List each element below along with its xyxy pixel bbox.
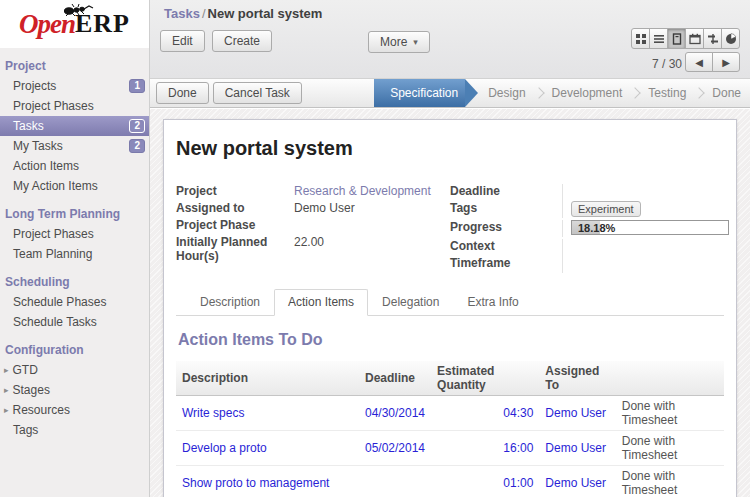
cancel-task-button[interactable]: Cancel Task (213, 82, 302, 104)
sidebar-item-label: My Tasks (13, 139, 63, 153)
sidebar-item-team-planning[interactable]: Team Planning (0, 244, 149, 264)
tab-action-items[interactable]: Action Items (274, 289, 368, 316)
done-with-timesheet-button[interactable]: Done with Timesheet (616, 396, 724, 431)
table-header-row: Description Deadline Estimated Quantity … (176, 361, 724, 396)
sidebar-item-tags[interactable]: Tags (0, 420, 149, 440)
form-right-column: Deadline Tags Experiment Progress 18.18% (450, 184, 724, 273)
count-badge: 1 (129, 79, 145, 93)
table-row[interactable]: Develop a proto 05/02/2014 16:00 Demo Us… (176, 431, 724, 466)
sidebar-item-label: Projects (13, 79, 56, 93)
stage-development[interactable]: Development (543, 86, 632, 100)
form-sheet: New portal system Project Research & Dev… (163, 119, 737, 497)
sidebar-item-label: My Action Items (13, 179, 98, 193)
create-button[interactable]: Create (212, 30, 272, 52)
sidebar-item-my-tasks[interactable]: My Tasks 2 (0, 136, 149, 156)
cell-description[interactable]: Show proto to management (176, 466, 359, 497)
column-action (616, 361, 724, 396)
sidebar-item-action-items[interactable]: Action Items (0, 156, 149, 176)
sidebar-item-label: Schedule Tasks (13, 315, 97, 329)
graph-view-icon[interactable] (721, 28, 740, 49)
sidebar-item-schedule-tasks[interactable]: Schedule Tasks (0, 312, 149, 332)
sidebar-item-ltp-project-phases[interactable]: Project Phases (0, 224, 149, 244)
breadcrumb-tasks-link[interactable]: Tasks (164, 6, 200, 21)
planned-hours-value: 22.00 (294, 235, 450, 263)
notebook-tabs: Description Action Items Delegation Extr… (176, 289, 724, 316)
ant-icon (62, 3, 96, 19)
sidebar-item-label: Schedule Phases (13, 295, 106, 309)
sidebar-item-stages[interactable]: ▸ Stages (0, 380, 149, 400)
edit-button[interactable]: Edit (160, 30, 205, 52)
context-label: Context (450, 239, 562, 256)
sidebar-item-my-action-items[interactable]: My Action Items (0, 176, 149, 196)
cell-assigned[interactable]: Demo User (539, 396, 615, 431)
sidebar-item-label: GTD (13, 363, 38, 377)
tab-delegation[interactable]: Delegation (368, 289, 453, 316)
expand-arrow-icon: ▸ (4, 365, 9, 375)
view-switcher (632, 28, 740, 49)
done-with-timesheet-button[interactable]: Done with Timesheet (616, 466, 724, 497)
sidebar-item-gtd[interactable]: ▸ GTD (0, 360, 149, 380)
more-dropdown-button[interactable]: More ▾ (368, 31, 430, 53)
gantt-view-icon[interactable] (703, 28, 722, 49)
assigned-to-value: Demo User (294, 201, 450, 218)
openerp-logo[interactable]: OpenERP (0, 0, 149, 48)
sidebar-item-label: Project Phases (13, 99, 94, 113)
list-view-icon[interactable] (649, 28, 668, 49)
table-row[interactable]: Write specs 04/30/2014 04:30 Demo User D… (176, 396, 724, 431)
progress-percent-text: 18.18% (578, 222, 615, 234)
column-deadline[interactable]: Deadline (359, 361, 431, 396)
chevron-down-icon: ▾ (413, 37, 418, 47)
cell-qty[interactable]: 01:00 (431, 466, 539, 497)
previous-record-button[interactable]: ◀ (685, 52, 713, 72)
cell-qty[interactable]: 04:30 (431, 396, 539, 431)
sidebar-item-projects[interactable]: Projects 1 (0, 76, 149, 96)
cell-description[interactable]: Develop a proto (176, 431, 359, 466)
timeframe-label: Timeframe (450, 256, 562, 273)
sidebar-item-label: Action Items (13, 159, 79, 173)
progress-cell: 18.18% (562, 220, 729, 237)
stage-design[interactable]: Design (479, 86, 534, 100)
done-with-timesheet-button[interactable]: Done with Timesheet (616, 431, 724, 466)
stage-done[interactable]: Done (703, 86, 750, 100)
cell-assigned[interactable]: Demo User (539, 431, 615, 466)
form-view-icon[interactable] (667, 28, 686, 49)
sidebar-section-configuration: Configuration ▸ GTD ▸ Stages ▸ Resources… (0, 336, 149, 440)
column-assigned-to[interactable]: Assigned To (539, 361, 615, 396)
next-record-button[interactable]: ▶ (712, 52, 740, 72)
sidebar-section-project: Project Projects 1 Project Phases Tasks … (0, 52, 149, 196)
tab-extra-info[interactable]: Extra Info (453, 289, 532, 316)
stage-specification[interactable]: Specification (374, 79, 465, 107)
assigned-to-label: Assigned to (176, 201, 294, 218)
planned-hours-label: Initially Planned Hour(s) (176, 235, 294, 263)
pager-count: 7 / 30 (652, 57, 682, 71)
project-label: Project (176, 184, 294, 201)
project-value-link[interactable]: Research & Development (294, 184, 450, 201)
sidebar-item-resources[interactable]: ▸ Resources (0, 400, 149, 420)
cell-deadline[interactable]: 04/30/2014 (359, 396, 431, 431)
kanban-view-icon[interactable] (631, 28, 650, 49)
stage-testing[interactable]: Testing (639, 86, 695, 100)
cell-deadline[interactable] (359, 466, 431, 497)
column-estimated-quantity[interactable]: Estimated Quantity (431, 361, 539, 396)
sidebar-item-project-phases[interactable]: Project Phases (0, 96, 149, 116)
sidebar-item-tasks[interactable]: Tasks 2 (0, 116, 149, 136)
cell-description[interactable]: Write specs (176, 396, 359, 431)
column-description[interactable]: Description (176, 361, 359, 396)
breadcrumb-separator: / (200, 6, 208, 21)
cell-deadline[interactable]: 05/02/2014 (359, 431, 431, 466)
expand-arrow-icon: ▸ (4, 385, 9, 395)
section-title: Project (0, 52, 149, 76)
sidebar-item-schedule-phases[interactable]: Schedule Phases (0, 292, 149, 312)
sidebar-section-scheduling: Scheduling Schedule Phases Schedule Task… (0, 268, 149, 332)
tab-description[interactable]: Description (186, 289, 274, 316)
progress-bar: 18.18% (571, 220, 729, 235)
cell-assigned[interactable]: Demo User (539, 466, 615, 497)
tags-label: Tags (450, 201, 562, 218)
calendar-view-icon[interactable] (685, 28, 704, 49)
cell-qty[interactable]: 16:00 (431, 431, 539, 466)
control-panel: Tasks/New portal system Edit Create More… (150, 0, 750, 78)
done-button[interactable]: Done (156, 82, 209, 104)
project-phase-value (294, 218, 450, 235)
table-row[interactable]: Show proto to management 01:00 Demo User… (176, 466, 724, 497)
section-title: Long Term Planning (0, 200, 149, 224)
